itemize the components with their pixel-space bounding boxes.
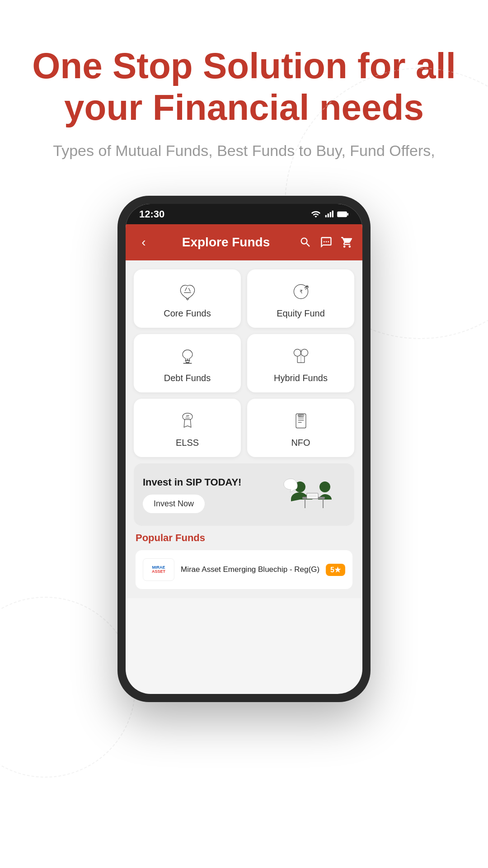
page-wrapper: One Stop Solution for all your Financial…	[0, 0, 488, 868]
svg-point-7	[326, 241, 327, 242]
fund-label-core-funds: Core Funds	[164, 308, 211, 319]
invest-now-button[interactable]: Invest Now	[143, 495, 205, 513]
svg-rect-1	[328, 213, 329, 217]
cart-icon[interactable]	[341, 236, 353, 249]
svg-rect-20	[323, 499, 324, 508]
popular-funds-title: Popular Funds	[136, 532, 352, 544]
message-icon[interactable]	[320, 236, 333, 249]
app-bar: ‹ Explore Funds	[126, 224, 362, 260]
bg-decoration-2	[0, 597, 136, 778]
svg-rect-4	[338, 212, 347, 217]
fund-label-hybrid-funds: Hybrid Funds	[274, 373, 328, 383]
svg-rect-2	[330, 212, 331, 217]
sip-banner-left: Invest in SIP TODAY! Invest Now	[143, 476, 241, 513]
nfo-icon: NFO	[290, 410, 312, 432]
phone-mockup: 12:30	[117, 196, 371, 702]
core-funds-icon	[176, 280, 199, 303]
fund-card-hybrid-funds[interactable]: Hybrid Funds	[247, 334, 354, 392]
hybrid-funds-icon	[290, 345, 312, 368]
battery-icon	[337, 211, 349, 217]
rating-value: 5★	[330, 566, 341, 574]
svg-rect-0	[325, 215, 327, 217]
phone-outer-shell: 12:30	[117, 196, 371, 702]
status-time: 12:30	[139, 208, 164, 220]
app-content: Core Funds ₹ Equity Fund	[126, 260, 362, 598]
search-icon[interactable]	[299, 236, 312, 249]
fund-list-info: Mirae Asset Emerging Bluechip - Reg(G)	[181, 565, 319, 575]
back-button[interactable]: ‹	[135, 235, 153, 250]
debt-funds-icon	[176, 345, 199, 368]
svg-rect-21	[307, 493, 318, 499]
sip-illustration	[277, 474, 345, 515]
app-bar-actions	[299, 236, 353, 249]
signal-icon	[324, 209, 333, 219]
fund-card-core-funds[interactable]: Core Funds	[134, 269, 241, 328]
sip-banner: Invest in SIP TODAY! Invest Now	[134, 463, 354, 526]
fund-card-nfo[interactable]: NFO NFO	[247, 399, 354, 457]
svg-rect-5	[347, 213, 348, 216]
sip-banner-title: Invest in SIP TODAY!	[143, 476, 241, 488]
phone-inner-screen: 12:30	[126, 204, 362, 694]
status-bar: 12:30	[126, 204, 362, 224]
svg-rect-3	[332, 210, 333, 217]
svg-point-17	[319, 481, 330, 492]
wifi-icon	[311, 209, 321, 219]
fund-category-grid: Core Funds ₹ Equity Fund	[134, 269, 354, 457]
svg-point-12	[301, 349, 308, 356]
svg-text:NFO: NFO	[298, 415, 303, 417]
status-icons	[311, 209, 349, 219]
mirae-logo-sub: ASSET	[152, 570, 165, 574]
svg-text:₹: ₹	[299, 289, 302, 294]
fund-card-equity-fund[interactable]: ₹ Equity Fund	[247, 269, 354, 328]
svg-point-6	[324, 241, 325, 242]
svg-rect-19	[305, 499, 305, 508]
popular-funds-section: Popular Funds MIRAE ASSET Mirae Asset Em…	[134, 532, 354, 589]
svg-point-8	[328, 241, 329, 242]
fund-list-item[interactable]: MIRAE ASSET Mirae Asset Emerging Bluechi…	[136, 550, 352, 589]
equity-fund-icon: ₹	[290, 280, 312, 303]
fund-card-debt-funds[interactable]: Debt Funds	[134, 334, 241, 392]
fund-label-nfo: NFO	[291, 438, 310, 448]
mirae-logo: MIRAE ASSET	[143, 558, 174, 581]
app-bar-title: Explore Funds	[157, 235, 295, 250]
svg-point-11	[294, 349, 301, 356]
fund-label-debt-funds: Debt Funds	[164, 373, 211, 383]
rating-badge: 5★	[326, 564, 345, 576]
elss-icon	[176, 410, 199, 432]
fund-label-equity-fund: Equity Fund	[277, 308, 325, 319]
fund-label-elss: ELSS	[176, 438, 199, 448]
fund-list-name: Mirae Asset Emerging Bluechip - Reg(G)	[181, 565, 319, 574]
fund-card-elss[interactable]: ELSS	[134, 399, 241, 457]
